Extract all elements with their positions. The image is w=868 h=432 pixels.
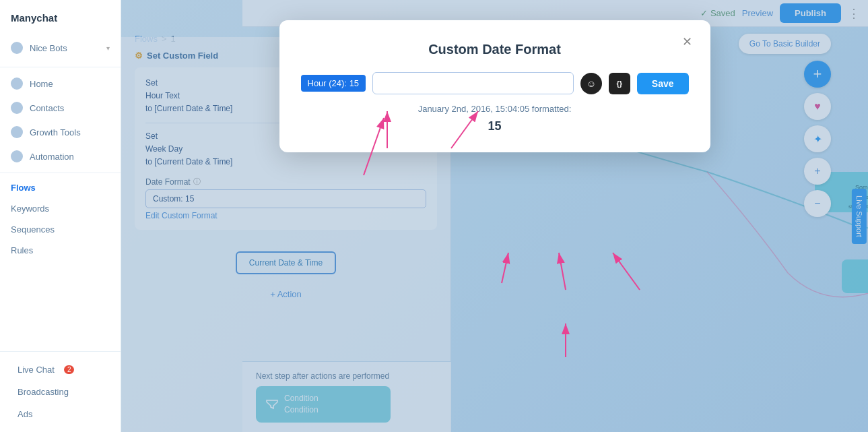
sidebar-item-home-label: Home <box>30 79 53 89</box>
automation-icon <box>11 150 23 162</box>
modal-variable-button[interactable]: {} <box>609 73 630 94</box>
modal-overlay: Custom Date Format ✕ Hour (24): 15 ☺ {} … <box>121 0 868 432</box>
modal-close-button[interactable]: ✕ <box>678 32 697 51</box>
sidebar-item-growth-tools-label: Growth Tools <box>30 127 81 137</box>
sidebar-item-keywords[interactable]: Keywords <box>0 198 121 219</box>
sidebar-item-growth-tools[interactable]: Growth Tools <box>0 120 121 144</box>
sidebar-item-contacts[interactable]: Contacts <box>0 96 121 120</box>
sidebar-item-rules[interactable]: Rules <box>0 240 121 261</box>
sidebar-item-automation[interactable]: Automation <box>0 144 121 168</box>
sidebar-item-ads-label: Ads <box>18 409 32 419</box>
sidebar: Manychat Nice Bots ▾ Home Contacts Growt… <box>0 0 121 432</box>
sidebar-item-flows[interactable]: Flows <box>0 177 121 198</box>
modal-formatted-value: 15 <box>301 119 689 133</box>
live-chat-badge: 2 <box>64 365 75 374</box>
modal-format-input[interactable] <box>372 72 574 94</box>
sidebar-item-contacts-label: Contacts <box>30 103 64 113</box>
modal-title: Custom Date Format <box>301 42 689 57</box>
modal-preview-text: January 2nd, 2016, 15:04:05 formatted: <box>301 104 689 114</box>
modal-input-row: Hour (24): 15 ☺ {} Save <box>301 72 689 94</box>
sidebar-item-live-chat[interactable]: Live Chat 2 <box>0 359 121 381</box>
home-icon <box>11 78 23 90</box>
nice-bots-icon <box>11 42 23 54</box>
sidebar-item-ads[interactable]: Ads <box>0 403 121 425</box>
sidebar-item-sequences[interactable]: Sequences <box>0 219 121 240</box>
sidebar-logo: Manychat <box>0 5 121 33</box>
sidebar-item-nice-bots-label: Nice Bots <box>30 43 67 53</box>
modal-save-button[interactable]: Save <box>637 73 689 94</box>
modal-emoji-button[interactable]: ☺ <box>580 73 602 94</box>
custom-date-format-modal: Custom Date Format ✕ Hour (24): 15 ☺ {} … <box>279 20 710 152</box>
contacts-icon <box>11 102 23 114</box>
sidebar-item-nice-bots[interactable]: Nice Bots ▾ <box>0 36 121 60</box>
modal-tag: Hour (24): 15 <box>301 75 366 92</box>
sidebar-item-home[interactable]: Home <box>0 71 121 96</box>
sidebar-item-live-chat-label: Live Chat <box>18 365 55 375</box>
sidebar-item-automation-label: Automation <box>30 152 74 162</box>
main-area: ✓ Saved Preview Publish ⋮ Flows > 1 ⚙ Se… <box>121 0 868 432</box>
sidebar-item-broadcasting-label: Broadcasting <box>18 387 69 397</box>
growth-tools-icon <box>11 126 23 138</box>
sidebar-item-broadcasting[interactable]: Broadcasting <box>0 381 121 403</box>
